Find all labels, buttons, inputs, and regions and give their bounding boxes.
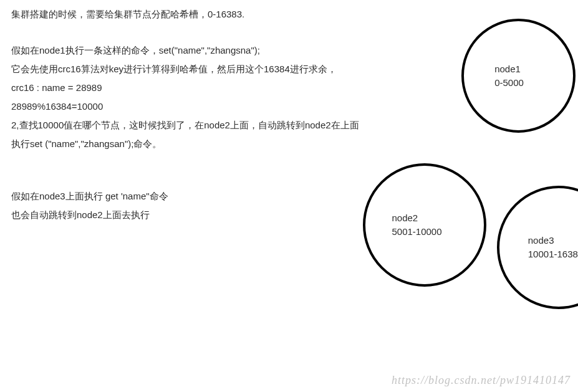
watermark: https://blog.csdn.net/pw191410147	[392, 374, 571, 387]
paragraph-setup: 集群搭建的时候，需要给集群节点分配哈希槽，0-16383.	[11, 5, 244, 24]
paragraph-example-set: 假如在node1执行一条这样的命令，set("name","zhangsna")…	[11, 41, 360, 153]
node3-name: node3	[528, 234, 578, 247]
node2-name: node2	[392, 211, 441, 225]
node1-range: 0-5000	[494, 76, 524, 90]
node-circle-2: node2 5001-10000	[363, 163, 486, 287]
node-circle-3: node3 10001-16383	[497, 186, 578, 309]
paragraph-example-get: 假如在node3上面执行 get 'name"命令 也会自动跳转到node2上面…	[11, 187, 168, 224]
node-circle-1: node1 0-5000	[461, 19, 576, 133]
node2-range: 5001-10000	[392, 225, 441, 239]
node1-name: node1	[494, 62, 524, 76]
node3-range: 10001-16383	[528, 247, 578, 261]
